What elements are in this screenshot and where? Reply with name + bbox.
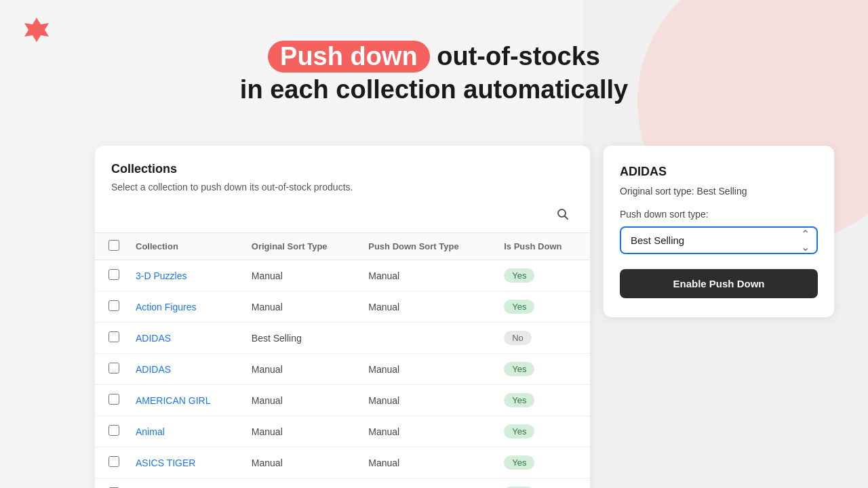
row-collection-name: ASICS TIGER (127, 447, 243, 479)
collection-link[interactable]: ADIDAS (136, 333, 171, 344)
status-badge: Yes (504, 393, 534, 407)
status-badge: Yes (504, 424, 534, 439)
row-original-sort: Manual (243, 291, 360, 323)
row-collection-name: ADIDAS (127, 354, 243, 385)
row-collection-name: Animal (127, 416, 243, 447)
row-is-pushdown: Yes (496, 416, 590, 447)
col-header-pushdown-sort: Push Down Sort Type (360, 233, 496, 260)
hero-section: Push down out-of-stocks in each collecti… (0, 41, 868, 104)
row-pushdown-sort: Manual (360, 354, 496, 385)
table-row: ADIDAS Best Selling No (95, 323, 590, 354)
row-checkbox-cell (95, 447, 127, 479)
enable-push-down-button[interactable]: Enable Push Down (620, 269, 818, 298)
collection-link[interactable]: AMERICAN GIRL (136, 395, 210, 406)
collections-header: Collections Select a collection to push … (95, 162, 590, 192)
row-original-sort: Best Selling (243, 323, 360, 354)
detail-panel: ADIDAS Original sort type: Best Selling … (604, 146, 834, 317)
sort-select-wrapper: Best SellingManualPrice: Low to HighPric… (620, 226, 818, 254)
row-is-pushdown: Yes (496, 354, 590, 385)
collections-title: Collections (111, 162, 574, 176)
search-row (95, 203, 590, 232)
row-pushdown-sort: Manual (360, 447, 496, 479)
hero-line2: in each collection automatically (0, 75, 868, 104)
row-collection-name: Action Figures (127, 291, 243, 323)
svg-line-1 (565, 216, 568, 220)
row-original-sort: Manual (243, 416, 360, 447)
detail-original-sort: Original sort type: Best Selling (620, 186, 818, 197)
row-pushdown-sort: Manual (360, 416, 496, 447)
row-collection-name: ADIDAS (127, 323, 243, 354)
row-checkbox-cell (95, 385, 127, 416)
row-is-pushdown: Yes (496, 479, 590, 489)
collections-panel: Collections Select a collection to push … (95, 146, 590, 488)
row-checkbox[interactable] (108, 269, 119, 280)
row-is-pushdown: Yes (496, 260, 590, 291)
collections-table: Collection Original Sort Type Push Down … (95, 232, 590, 488)
table-header-row: Collection Original Sort Type Push Down … (95, 233, 590, 260)
collection-link[interactable]: ADIDAS (136, 364, 171, 375)
row-original-sort: Manual (243, 354, 360, 385)
table-row: Animal Manual Manual Yes (95, 416, 590, 447)
table-body: 3-D Puzzles Manual Manual Yes Action Fig… (95, 260, 590, 489)
table-row: 3-D Puzzles Manual Manual Yes (95, 260, 590, 291)
row-checkbox-cell (95, 260, 127, 291)
sort-select[interactable]: Best SellingManualPrice: Low to HighPric… (620, 226, 818, 254)
row-checkbox[interactable] (108, 331, 119, 342)
row-pushdown-sort (360, 323, 496, 354)
row-collection-name: 3-D Puzzles (127, 260, 243, 291)
row-pushdown-sort: Manual (360, 385, 496, 416)
collection-link[interactable]: Animal (136, 426, 165, 437)
row-is-pushdown: Yes (496, 447, 590, 479)
col-header-is-pushdown: Is Push Down (496, 233, 590, 260)
row-collection-name: ASICS TIGER (127, 479, 243, 489)
collection-link[interactable]: ASICS TIGER (136, 458, 195, 468)
row-checkbox[interactable] (108, 363, 119, 373)
status-badge: No (504, 331, 532, 345)
search-icon (556, 207, 570, 221)
row-checkbox-cell (95, 354, 127, 385)
row-original-sort: Manual (243, 479, 360, 489)
detail-sort-label: Push down sort type: (620, 209, 818, 220)
col-header-collection: Collection (127, 233, 243, 260)
row-checkbox[interactable] (108, 425, 119, 436)
row-is-pushdown: No (496, 323, 590, 354)
row-checkbox[interactable] (108, 394, 119, 405)
col-header-checkbox (95, 233, 127, 260)
col-header-original-sort: Original Sort Type (243, 233, 360, 260)
row-checkbox-cell (95, 416, 127, 447)
table-row: ADIDAS Manual Manual Yes (95, 354, 590, 385)
row-checkbox-cell (95, 479, 127, 489)
table-row: ASICS TIGER Manual Manual Yes (95, 447, 590, 479)
row-checkbox[interactable] (108, 300, 119, 311)
row-checkbox-cell (95, 323, 127, 354)
hero-line1-rest: out-of-stocks (430, 42, 600, 70)
table-row: ASICS TIGER Manual Manual Yes (95, 479, 590, 489)
row-pushdown-sort: Manual (360, 260, 496, 291)
status-badge: Yes (504, 455, 534, 470)
row-pushdown-sort: Manual (360, 479, 496, 489)
table-row: AMERICAN GIRL Manual Manual Yes (95, 385, 590, 416)
row-is-pushdown: Yes (496, 291, 590, 323)
collections-subtitle: Select a collection to push down its out… (111, 182, 574, 192)
status-badge: Yes (504, 362, 534, 376)
collection-link[interactable]: 3-D Puzzles (136, 270, 186, 281)
main-content: Collections Select a collection to push … (95, 146, 868, 488)
search-button[interactable] (552, 203, 574, 227)
select-all-checkbox[interactable] (108, 240, 119, 251)
row-original-sort: Manual (243, 260, 360, 291)
row-collection-name: AMERICAN GIRL (127, 385, 243, 416)
status-badge: Yes (504, 268, 534, 283)
table-row: Action Figures Manual Manual Yes (95, 291, 590, 323)
collection-link[interactable]: Action Figures (136, 302, 196, 312)
hero-highlight: Push down (268, 41, 430, 73)
detail-title: ADIDAS (620, 165, 818, 179)
row-checkbox-cell (95, 291, 127, 323)
row-original-sort: Manual (243, 447, 360, 479)
status-badge: Yes (504, 300, 534, 314)
row-is-pushdown: Yes (496, 385, 590, 416)
row-pushdown-sort: Manual (360, 291, 496, 323)
row-original-sort: Manual (243, 385, 360, 416)
row-checkbox[interactable] (108, 456, 119, 467)
